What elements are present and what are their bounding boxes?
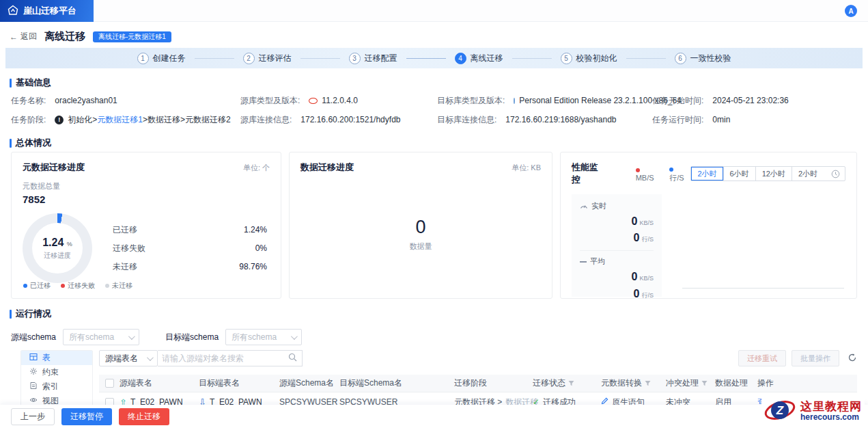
refresh-icon[interactable] <box>848 353 857 364</box>
column-conflict: 冲突处理 <box>666 377 715 389</box>
step-number: 3 <box>349 53 361 64</box>
divider <box>580 250 654 251</box>
chevron-down-icon <box>147 354 154 361</box>
legend-pending: 未迁移 <box>105 281 132 291</box>
brand-title: 崖山迁移平台 <box>23 5 76 17</box>
search-icon[interactable] <box>288 353 297 364</box>
data-volume-label: 数据量 <box>290 241 552 252</box>
average-label: 平均 <box>580 256 654 267</box>
column-stage: 迁移阶段 <box>454 377 533 389</box>
title-bar-accent <box>10 79 12 88</box>
sidebar-item-indexes[interactable]: 索引 <box>21 379 92 394</box>
stop-migration-button[interactable]: 终止迁移 <box>119 408 169 425</box>
source-schema-select[interactable]: 所有schema <box>63 329 139 345</box>
column-source-table: 源端表名 <box>120 377 199 389</box>
oracle-icon <box>309 98 318 104</box>
step-label: 校验初始化 <box>576 53 617 64</box>
column-target-table: 目标端表名 <box>199 377 279 389</box>
legend-rows: 行/S <box>669 165 690 183</box>
field-source-db-version: 源库类型及版本: 11.2.0.4.0 <box>240 95 437 107</box>
step-number: 5 <box>561 53 572 64</box>
step-migration-assess: 2 迁移评估 <box>243 53 292 64</box>
clock-icon <box>831 170 840 180</box>
progress-donut-chart: 1.24 % 迁移进度 <box>23 213 92 283</box>
target-schema-select[interactable]: 所有schema <box>225 329 302 345</box>
basic-info-grid: 任务名称: oracle2yashan01 源库类型及版本: 11.2.0.4.… <box>11 91 861 129</box>
index-icon <box>29 382 38 392</box>
step-label: 一致性校验 <box>690 53 731 64</box>
search-input[interactable] <box>158 353 288 363</box>
card-unit: 单位: 个 <box>243 163 270 173</box>
step-connector <box>626 58 666 59</box>
back-arrow-icon: ← <box>10 32 18 42</box>
legend-dot <box>23 284 27 288</box>
card-unit: 单位: KB <box>512 163 541 173</box>
watermark-logo-icon: Z <box>764 397 796 426</box>
search-box <box>158 350 303 366</box>
target-schema-label: 目标端schema <box>165 332 219 343</box>
perf-legend: MB/S 行/S <box>636 165 691 183</box>
page-title: 离线迁移 <box>44 30 85 43</box>
dash-icon <box>580 261 587 263</box>
donut-caption: 迁移进度 <box>44 251 71 260</box>
step-connector <box>512 58 552 59</box>
top-bar: 崖山迁移平台 A <box>0 0 868 22</box>
card-title: 元数据迁移进度 <box>23 161 85 174</box>
stage-status-icon: ! <box>55 116 64 124</box>
perf-summary-panel: 实时 0KB/S 0行/S 平均 0KB/S 0行/S <box>572 194 662 297</box>
table-header: 源端表名 目标端表名 源端Schema名 目标端Schema名 迁移阶段 迁移状… <box>99 375 857 392</box>
card-title: 数据迁移进度 <box>300 161 354 174</box>
user-avatar[interactable]: A <box>845 5 857 17</box>
batch-operation-button[interactable]: 批量操作 <box>792 350 839 366</box>
wizard-stepper: 1 创建任务 2 迁移评估 3 迁移配置 4 离线迁移 5 校验初始化 6 一致… <box>5 48 863 68</box>
legend-dot <box>61 284 65 288</box>
stat-migrated: 已迁移 1.24% <box>113 221 267 239</box>
sidebar-item-tables[interactable]: 表 <box>21 351 92 365</box>
step-label: 迁移配置 <box>365 53 397 64</box>
perf-chart-area <box>662 194 845 297</box>
pause-migration-button[interactable]: 迁移暂停 <box>61 408 112 425</box>
legend-mbs: MB/S <box>636 165 661 182</box>
filter-icon[interactable] <box>568 379 574 388</box>
migration-retry-button[interactable]: 迁移重试 <box>738 350 786 366</box>
range-6h-button[interactable]: 6小时 <box>724 167 756 180</box>
yashandb-icon <box>514 98 515 104</box>
overview-cards: 元数据迁移进度 单位: 个 元数据总量 7852 1.24 % 迁移进度 已迁移… <box>11 152 857 299</box>
step-offline-migration-active: 4 离线迁移 <box>455 53 503 64</box>
select-all-checkbox[interactable] <box>105 379 114 388</box>
column-status: 迁移状态 <box>533 377 601 389</box>
range-12h-button[interactable]: 12小时 <box>756 167 792 180</box>
sidebar-item-constraints[interactable]: 约束 <box>21 365 92 379</box>
step-label: 离线迁移 <box>471 53 503 64</box>
metadata-total-label: 元数据总量 <box>23 181 270 191</box>
source-schema-label: 源端schema <box>11 332 56 343</box>
chevron-down-icon <box>128 333 135 340</box>
action-footer: 上一步 迁移暂停 终止迁移 <box>0 405 868 428</box>
field-task-stage: 任务阶段: ! 初始化>元数据迁移1>数据迁移>元数据迁移2 <box>11 114 240 126</box>
metadata-progress-card: 元数据迁移进度 单位: 个 元数据总量 7852 1.24 % 迁移进度 已迁移… <box>11 152 281 299</box>
search-type-select[interactable]: 源端表名 <box>99 350 158 366</box>
breadcrumb: ← 返回 离线迁移 离线迁移-元数据迁移1 <box>10 30 171 43</box>
progress-stats: 已迁移 1.24% 迁移失败 0% 未迁移 98.76% <box>113 221 267 276</box>
range-custom-button[interactable]: 2小时 <box>792 167 845 180</box>
watermark-title: 这里教程网 <box>800 400 862 414</box>
range-2h-button[interactable]: 2小时 <box>691 167 723 180</box>
legend-dot <box>669 168 673 172</box>
filter-icon[interactable] <box>701 379 708 388</box>
status-badge: 离线迁移-元数据迁移1 <box>93 31 171 42</box>
field-target-conn: 目标库连接信息: 172.16.60.219:1688/yashandb <box>437 114 652 126</box>
basic-info-title: 基础信息 <box>10 77 51 89</box>
field-target-db-version: 目标库类型及版本: Personal Edition Release 23.2.… <box>437 95 652 107</box>
time-range-group: 2小时 6小时 12小时 2小时 <box>690 166 845 181</box>
field-task-name: 任务名称: oracle2yashan01 <box>11 95 240 107</box>
brand-logo: 崖山迁移平台 <box>0 0 94 22</box>
stat-failed: 迁移失败 0% <box>113 239 267 258</box>
overview-title: 总体情况 <box>10 137 51 149</box>
field-start-time: 任务开始时间: 2024-05-21 23:02:36 <box>652 95 861 107</box>
previous-step-button[interactable]: 上一步 <box>11 408 55 425</box>
filter-icon[interactable] <box>645 379 651 388</box>
step-migration-config: 3 迁移配置 <box>349 53 397 64</box>
data-progress-card: 数据迁移进度 单位: KB 0 数据量 <box>289 152 552 299</box>
back-button[interactable]: ← 返回 <box>10 31 37 42</box>
step-number: 4 <box>455 53 466 64</box>
